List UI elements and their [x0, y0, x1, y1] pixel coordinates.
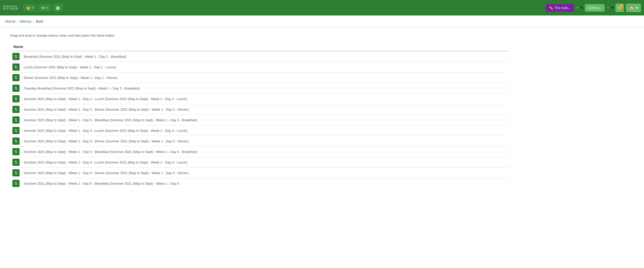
home-icon: 🏠	[629, 5, 634, 10]
pencil-icon: ✏️	[549, 6, 553, 10]
row-name: Summer 2021 (May to Sept) - Week 1 - Day…	[22, 147, 509, 157]
row-name: Summer 2021 (May to Sept) - Week 1 - Day…	[22, 125, 509, 136]
limit-close-button[interactable]: ×	[607, 6, 609, 10]
drag-handle[interactable]: ⇅	[12, 159, 20, 166]
profile-chevron-icon: ▾	[581, 6, 583, 10]
row-name: Summer 2021 (May to Sept) - Week 1 - Day…	[22, 178, 509, 189]
row-name: Summer 2021 (May to Sept) - Week 1 - Day…	[22, 168, 509, 178]
col-name-header: Name	[10, 43, 509, 51]
drag-handle[interactable]: ⇅	[12, 148, 20, 155]
drag-handle[interactable]: ⇅	[12, 116, 20, 124]
table-row: ⇅Lunch (Summer 2021 (May to Sept) - Week…	[10, 62, 509, 72]
drag-handle[interactable]: ⇅	[12, 127, 20, 134]
breadcrumb-sep-1: ›	[17, 19, 18, 23]
basket-button[interactable]: 🧺 ▾	[23, 4, 36, 12]
drag-handle[interactable]: ⇅	[12, 53, 20, 60]
food-button[interactable]: 🍽 ▾	[38, 4, 51, 12]
row-name: Summer 2021 (May to Sept) - Week 1 - Day…	[22, 136, 509, 147]
table-row: ⇅Tuesday Breakfast (Summer 2021 (May to …	[10, 83, 509, 94]
table-row: ⇅Dinner (Summer 2021 (May to Sept) - Wee…	[10, 72, 509, 83]
table-row: ⇅Summer 2021 (May to Sept) - Week 1 - Da…	[10, 104, 509, 115]
drag-handle[interactable]: ⇅	[12, 95, 20, 102]
row-name: Summer 2021 (May to Sept) - Week 1 - Day…	[22, 115, 509, 125]
row-name: Summer 2021 (May to Sept) - Week 1 - Day…	[22, 94, 509, 104]
drag-handle[interactable]: ⇅	[12, 106, 20, 113]
profile-label: The Kafo...	[555, 6, 571, 10]
navbar-right: ✏️ The Kafo... × ▾ Limit to... × ▾ ✉ 7 🏠…	[546, 4, 641, 12]
limit-button[interactable]: Limit to...	[585, 4, 605, 12]
drag-handle[interactable]: ⇅	[12, 63, 20, 71]
breadcrumb: Home › Menus › Sort	[0, 15, 644, 27]
table-row: ⇅Summer 2021 (May to Sept) - Week 1 - Da…	[10, 125, 509, 136]
drag-handle[interactable]: ⇅	[12, 180, 20, 187]
food-chevron-icon: ▾	[46, 6, 48, 9]
basket-icon: 🧺	[26, 6, 30, 10]
row-name: Tuesday Breakfast (Summer 2021 (May to S…	[22, 83, 509, 94]
grid-icon: ▦	[56, 6, 60, 10]
drag-handle[interactable]: ⇅	[12, 137, 20, 145]
row-name: Lunch (Summer 2021 (May to Sept) - Week …	[22, 62, 509, 72]
grid-menu-button[interactable]: ▦	[53, 4, 63, 12]
mail-badge: 7	[619, 4, 623, 9]
logo-sub: KITCHEN	[3, 8, 18, 10]
table-row: ⇅Summer 2021 (May to Sept) - Week 1 - Da…	[10, 178, 509, 189]
row-name: Breakfast (Summer 2021 (May to Sept) - W…	[22, 51, 509, 62]
profile-close-button[interactable]: ×	[576, 6, 579, 10]
table-row: ⇅Breakfast (Summer 2021 (May to Sept) - …	[10, 51, 509, 62]
table-row: ⇅Summer 2021 (May to Sept) - Week 1 - Da…	[10, 168, 509, 178]
breadcrumb-sep-2: ›	[33, 19, 34, 23]
table-row: ⇅Summer 2021 (May to Sept) - Week 1 - Da…	[10, 115, 509, 125]
home-chevron-icon: ▾	[636, 5, 638, 10]
row-name: Dinner (Summer 2021 (May to Sept) - Week…	[22, 72, 509, 83]
limit-chevron-icon: ▾	[612, 6, 613, 10]
profile-button[interactable]: ✏️ The Kafo...	[546, 4, 574, 12]
navbar: Kafoodle KITCHEN 🧺 ▾ 🍽 ▾ ▦ ✏️ The Kafo..…	[0, 0, 644, 15]
breadcrumb-current: Sort	[36, 19, 43, 23]
drag-handle[interactable]: ⇅	[12, 74, 20, 81]
row-name: Summer 2021 (May to Sept) - Week 1 - Day…	[22, 104, 509, 115]
table-row: ⇅Summer 2021 (May to Sept) - Week 1 - Da…	[10, 136, 509, 147]
logo: Kafoodle KITCHEN	[3, 5, 18, 10]
main-content: Drag and drop to change menus order and …	[0, 27, 644, 268]
row-name: Summer 2021 (May to Sept) - Week 1 - Day…	[22, 157, 509, 168]
mail-button[interactable]: ✉ 7	[615, 4, 624, 12]
breadcrumb-home[interactable]: Home	[5, 19, 15, 23]
table-row: ⇅Summer 2021 (May to Sept) - Week 1 - Da…	[10, 94, 509, 104]
home-button[interactable]: 🏠 ▾	[626, 4, 641, 12]
limit-label: Limit to...	[588, 6, 601, 10]
breadcrumb-menus[interactable]: Menus	[20, 19, 31, 23]
drag-handle[interactable]: ⇅	[12, 169, 20, 176]
table-row: ⇅Summer 2021 (May to Sept) - Week 1 - Da…	[10, 147, 509, 157]
navbar-left: Kafoodle KITCHEN 🧺 ▾ 🍽 ▾ ▦	[3, 4, 63, 12]
drag-handle[interactable]: ⇅	[12, 85, 20, 92]
basket-chevron-icon: ▾	[32, 6, 33, 9]
instructions-text: Drag and drop to change menus order and …	[10, 34, 634, 37]
food-icon: 🍽	[41, 6, 45, 10]
table-row: ⇅Summer 2021 (May to Sept) - Week 1 - Da…	[10, 157, 509, 168]
sort-table: Name ⇅Breakfast (Summer 2021 (May to Sep…	[10, 43, 509, 189]
